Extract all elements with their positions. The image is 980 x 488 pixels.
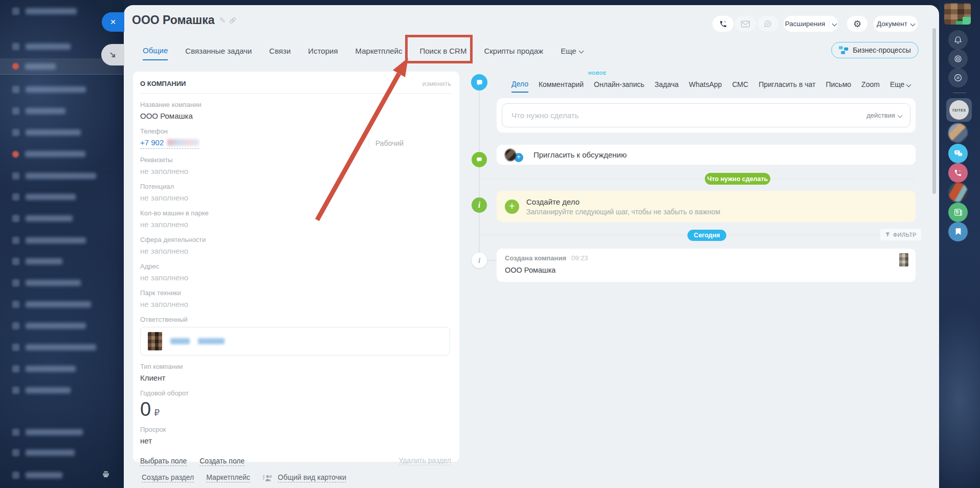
call-button[interactable] [712,16,733,32]
atab-zadacha[interactable]: Задача [655,80,679,93]
timeline-rail-line [479,91,480,265]
sidebar-item[interactable] [12,105,65,117]
sidebar-item[interactable] [12,234,86,247]
document-dropdown[interactable]: Документ [874,16,918,32]
card-view-link[interactable]: Общий вид карточки [278,473,346,482]
atab-delo[interactable]: Дело [511,80,528,93]
timeline-entry-company-created[interactable]: Создана компания 09:23 ООО Ромашка [497,249,916,282]
sidebar-item[interactable] [12,191,76,203]
blurred-menu-label [26,86,86,93]
tab-marketpleys[interactable]: Маркетплейс [355,46,403,60]
edit-title-icon[interactable]: ✎ [219,16,226,25]
field-responsible: Ответственный [140,316,451,356]
blurred-menu-label [26,387,71,393]
tab-istoriya[interactable]: История [308,46,338,60]
extensions-dropdown[interactable]: Расширения [784,16,838,32]
atab-pismo[interactable]: Письмо [826,80,851,93]
menu-item-icon [12,429,19,436]
phone-icon [719,20,727,28]
hint-subtitle: Запланируйте следующий шаг, чтобы не заб… [526,208,720,216]
gear-icon: ⚙ [853,18,861,29]
messenger-button[interactable] [948,68,968,87]
invite-discussion-bar[interactable]: + Пригласить к обсуждению [497,145,916,165]
sidebar-item[interactable] [12,255,62,268]
sidebar-item[interactable] [12,277,81,289]
bookmark-button[interactable] [948,222,968,241]
tab-eshche[interactable]: Еще [561,46,583,60]
company-detail-panel: ООО Ромашка ✎ [124,5,939,488]
sidebar-item[interactable] [12,298,91,310]
filter-button[interactable]: ФИЛЬТР [880,229,921,240]
sidebar-item[interactable] [12,148,85,160]
user-avatar[interactable] [944,3,971,25]
target-button[interactable] [948,49,968,69]
atab-priglasit-v-chat[interactable]: Пригласить в чат [759,80,815,93]
scrollbar-thumb[interactable] [932,28,936,194]
tab-obshchie[interactable]: Общие [143,46,168,60]
atab-eshche[interactable]: Еще [890,80,911,93]
create-section-link[interactable]: Создать раздел [142,473,194,482]
sidebar-item[interactable] [12,5,77,17]
chat-arrows-icon [764,19,772,28]
phone-link[interactable]: +7 902 [140,138,164,147]
marketplace-link[interactable]: Маркетплейс [206,473,250,482]
sidebar-item[interactable] [12,170,96,182]
sidebar-item[interactable] [12,447,75,459]
field-value: не заполнено [140,273,451,282]
phone-type-label: Рабочий [369,139,404,148]
telephony-button[interactable] [948,163,968,183]
field-industry: Сфера деятельности не заполнено [140,236,451,255]
tab-svyazi[interactable]: Связи [269,46,291,60]
section-title: О КОМПАНИИ [140,80,186,87]
revenue-value: 0 [140,398,151,420]
printer-icon[interactable] [101,470,110,479]
delete-section-link[interactable]: Удалить раздел [398,456,451,465]
close-slider-button[interactable]: × [102,12,124,32]
sidebar-item[interactable] [12,469,62,481]
contact-avatar[interactable] [948,183,968,202]
actions-dropdown[interactable]: действия [866,112,902,119]
create-field-link[interactable]: Создать поле [199,457,244,466]
tab-skripty-prodazh[interactable]: Скрипты продаж [484,46,543,60]
chat-widget-button[interactable] [948,144,968,163]
news-button[interactable] [948,203,968,222]
sidebar-item[interactable] [12,320,86,332]
tab-svyazannye-zadachi[interactable]: Связанные задачи [185,46,252,60]
sidebar-item[interactable] [12,212,73,225]
dock-slider-button[interactable] [101,44,124,65]
sidebar-item[interactable] [12,363,76,375]
email-button[interactable] [735,16,756,32]
sidebar-item[interactable] [12,40,71,53]
todo-input[interactable] [510,110,861,120]
sidebar-item[interactable] [12,341,96,353]
choose-field-link[interactable]: Выбрать поле [140,457,187,466]
responsible-user-box[interactable] [140,327,450,356]
atab-sms[interactable]: СМС [732,80,748,93]
todo-input-card: действия [497,98,916,132]
notifications-button[interactable] [948,30,968,50]
blurred-menu-label [26,108,65,114]
atab-kommentariy[interactable]: Комментарий [539,80,584,93]
contact-avatar[interactable] [948,123,968,143]
sidebar-item[interactable] [12,83,86,96]
create-activity-hint[interactable]: + Создайте дело Запланируйте следующий ш… [497,191,916,222]
activity-tabs: Дело Комментарий Онлайн-запись Задача Wh… [511,80,910,93]
actions-label: действия [866,112,895,119]
blurred-menu-label [26,215,73,221]
new-badge: НОВОЕ [588,71,607,76]
sites-logo-tile[interactable]: 7SITES [946,98,972,122]
edit-section-link[interactable]: изменить [422,80,451,87]
atab-onlayn-zapis[interactable]: Онлайн-запись [594,80,644,93]
chat-sync-icon [953,73,963,82]
menu-item-icon [12,43,19,50]
settings-button[interactable]: ⚙ [847,16,867,32]
sidebar-item[interactable] [12,384,71,396]
atab-whatsapp[interactable]: WhatsApp [689,80,722,93]
chat-button[interactable] [758,16,778,32]
copy-link-icon[interactable] [229,16,237,25]
sidebar-item[interactable] [12,126,81,139]
sidebar-item[interactable] [12,426,83,438]
atab-zoom[interactable]: Zoom [861,80,880,93]
field-label: Название компании [140,101,451,108]
business-processes-button[interactable]: Бизнес-процессы [831,42,919,58]
